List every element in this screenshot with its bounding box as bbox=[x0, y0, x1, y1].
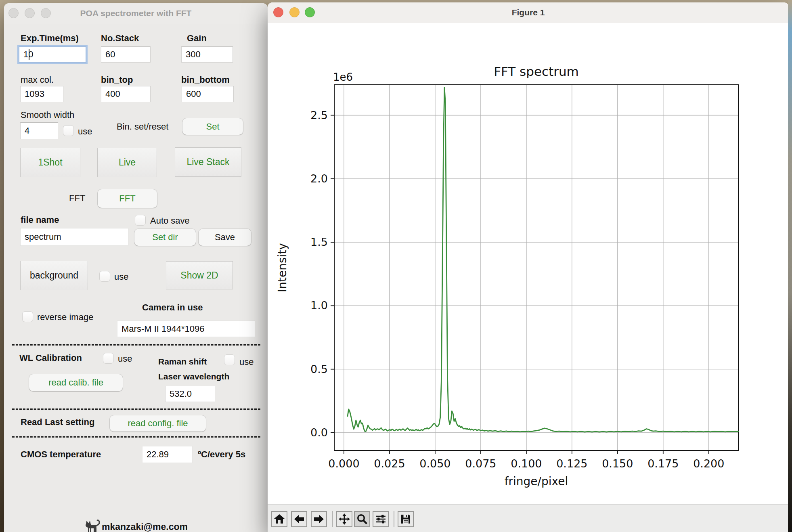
show-2d-button[interactable]: Show 2D bbox=[166, 261, 233, 289]
auto-save-checkbox[interactable] bbox=[135, 215, 146, 226]
separator bbox=[12, 436, 260, 438]
pan-button[interactable] bbox=[336, 511, 352, 527]
svg-text:1.0: 1.0 bbox=[310, 299, 328, 312]
svg-text:2.0: 2.0 bbox=[310, 172, 328, 185]
gain-label: Gain bbox=[187, 33, 207, 44]
raman-use-label: use bbox=[239, 357, 254, 367]
svg-text:0.050: 0.050 bbox=[419, 457, 450, 470]
separator bbox=[12, 344, 260, 346]
figure-title: Figure 1 bbox=[268, 8, 789, 17]
smooth-use-label: use bbox=[78, 126, 92, 137]
set-dir-button[interactable]: Set dir bbox=[134, 229, 196, 246]
no-stack-label: No.Stack bbox=[101, 33, 139, 44]
text-cursor bbox=[29, 49, 29, 60]
svg-text:0.200: 0.200 bbox=[693, 457, 724, 470]
separator bbox=[12, 408, 260, 410]
spectrometer-window: POA spectrometer with FFT Exp.Time(ms) N… bbox=[4, 3, 268, 532]
plot-canvas[interactable]: 0.0000.0250.0500.0750.1000.1250.1500.175… bbox=[268, 23, 789, 504]
cmos-temperature-label: CMOS temperature bbox=[21, 449, 101, 460]
no-stack-input[interactable] bbox=[101, 46, 151, 63]
max-col-label: max col. bbox=[21, 75, 54, 85]
smooth-width-label: Smooth width bbox=[21, 110, 74, 120]
arrow-right-icon bbox=[313, 513, 325, 525]
cat-icon bbox=[84, 519, 101, 532]
svg-text:FFT spectrum: FFT spectrum bbox=[494, 64, 579, 79]
figure-window: Figure 1 0.0000.0250.0500.0750.1000.1250… bbox=[268, 2, 789, 532]
svg-text:1.5: 1.5 bbox=[310, 236, 328, 248]
floppy-save-icon bbox=[400, 513, 411, 525]
wl-calibration-label: WL Calibration bbox=[19, 353, 82, 363]
auto-save-label: Auto save bbox=[150, 216, 190, 226]
email-text: mkanzaki@me.com bbox=[102, 522, 188, 532]
arrow-left-icon bbox=[293, 513, 305, 525]
wl-use-label: use bbox=[118, 354, 132, 364]
svg-text:0.175: 0.175 bbox=[647, 457, 679, 470]
raman-use-checkbox[interactable] bbox=[224, 354, 235, 365]
svg-text:0.075: 0.075 bbox=[465, 457, 496, 470]
back-button[interactable] bbox=[291, 511, 307, 527]
bin-set-button[interactable]: Set bbox=[182, 118, 243, 135]
background-use-checkbox[interactable] bbox=[99, 271, 110, 282]
figure-titlebar[interactable]: Figure 1 bbox=[268, 2, 789, 23]
matplotlib-toolbar bbox=[268, 504, 789, 532]
save-figure-button[interactable] bbox=[398, 511, 414, 527]
toolbar-separator bbox=[394, 511, 394, 527]
svg-text:2.5: 2.5 bbox=[310, 109, 328, 121]
raman-shift-label: Raman shift bbox=[158, 357, 207, 367]
live-stack-button[interactable]: Live Stack bbox=[175, 147, 241, 177]
svg-text:0.0: 0.0 bbox=[310, 426, 328, 439]
subplots-config-button[interactable] bbox=[373, 511, 389, 527]
svg-text:fringe/pixel: fringe/pixel bbox=[505, 475, 568, 488]
home-icon bbox=[274, 513, 285, 525]
laser-wavelength-input[interactable] bbox=[165, 386, 215, 402]
fft-button[interactable]: FFT bbox=[98, 189, 157, 208]
zoom-rect-button[interactable] bbox=[354, 511, 370, 527]
desktop-wallpaper-sliver bbox=[788, 0, 792, 532]
live-button[interactable]: Live bbox=[97, 148, 157, 177]
sliders-icon bbox=[375, 513, 386, 525]
gain-input[interactable] bbox=[181, 46, 233, 63]
background-use-label: use bbox=[114, 272, 128, 282]
wl-use-checkbox[interactable] bbox=[103, 353, 114, 364]
reverse-image-label: reverse image bbox=[37, 312, 93, 323]
spectrometer-titlebar[interactable]: POA spectrometer with FFT bbox=[4, 3, 268, 24]
bin-top-input[interactable] bbox=[101, 86, 151, 102]
svg-text:0.000: 0.000 bbox=[328, 457, 359, 470]
background-button[interactable]: background bbox=[20, 261, 88, 290]
bin-set-reset-label: Bin. set/reset bbox=[117, 121, 168, 132]
magnifier-icon bbox=[356, 513, 368, 525]
svg-text:1e6: 1e6 bbox=[333, 71, 353, 83]
svg-text:0.125: 0.125 bbox=[556, 457, 587, 470]
svg-text:0.025: 0.025 bbox=[374, 457, 405, 470]
window-title: POA spectrometer with FFT bbox=[4, 8, 268, 18]
svg-text:Intensity: Intensity bbox=[276, 243, 289, 292]
laser-wavelength-label: Laser wavelength bbox=[158, 372, 229, 381]
author-credit: mkanzaki@me.com bbox=[4, 519, 268, 532]
home-button[interactable] bbox=[271, 511, 287, 527]
fft-label: FFT bbox=[69, 193, 85, 203]
forward-button[interactable] bbox=[311, 511, 327, 527]
exp-time-label: Exp.Time(ms) bbox=[21, 33, 79, 44]
read-config-file-button[interactable]: read config. file bbox=[110, 415, 206, 431]
max-col-input[interactable] bbox=[20, 86, 63, 102]
bin-top-label: bin_top bbox=[101, 75, 133, 85]
one-shot-button[interactable]: 1Shot bbox=[20, 148, 80, 177]
file-name-input[interactable] bbox=[20, 228, 128, 246]
pan-move-icon bbox=[339, 513, 350, 525]
svg-text:0.100: 0.100 bbox=[511, 457, 542, 470]
smooth-width-input[interactable] bbox=[20, 122, 58, 139]
fft-spectrum-chart: 0.0000.0250.0500.0750.1000.1250.1500.175… bbox=[268, 23, 789, 504]
read-last-setting-label: Read Last setting bbox=[21, 417, 94, 427]
svg-text:0.150: 0.150 bbox=[602, 457, 633, 470]
bin-bottom-label: bin_bottom bbox=[181, 75, 230, 85]
camera-in-use-label: Camera in use bbox=[142, 302, 203, 313]
svg-text:0.5: 0.5 bbox=[310, 363, 328, 375]
bin-bottom-input[interactable] bbox=[182, 86, 234, 102]
smooth-use-checkbox[interactable] bbox=[63, 125, 74, 136]
save-button[interactable]: Save bbox=[199, 229, 251, 246]
read-calib-file-button[interactable]: read calib. file bbox=[29, 374, 123, 391]
toolbar-separator bbox=[332, 511, 333, 527]
reverse-image-checkbox[interactable] bbox=[22, 311, 33, 322]
cmos-temperature-value[interactable] bbox=[142, 446, 193, 463]
camera-input[interactable] bbox=[117, 320, 255, 337]
